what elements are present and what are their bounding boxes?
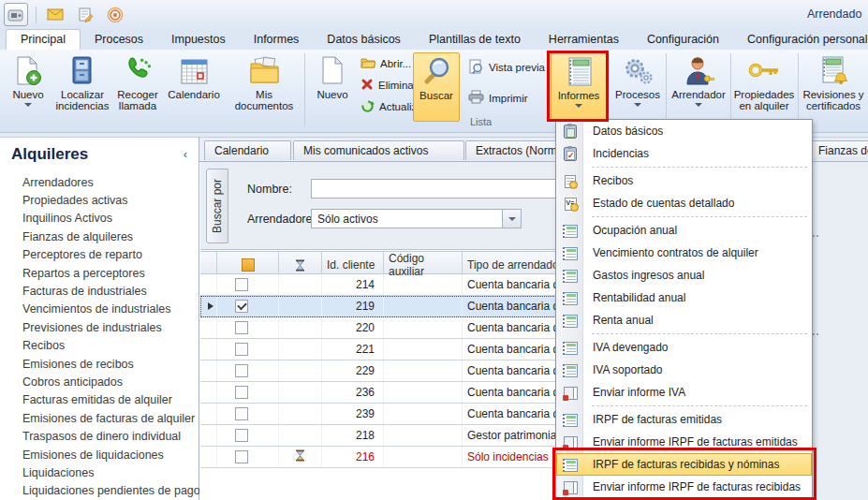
- delete-button[interactable]: Eliminar: [360, 76, 418, 95]
- menu-item-incidencias[interactable]: Incidencias: [556, 142, 812, 165]
- menu-item-label: Vencimiento contratos de alquiler: [583, 246, 758, 259]
- menu-item-iva-devengado[interactable]: IVA devengado: [556, 336, 812, 359]
- checkbox-cell[interactable]: [217, 317, 279, 338]
- pickup-call-button[interactable]: Recoger llamada: [113, 52, 162, 120]
- arrendador-button[interactable]: Arrendador: [669, 52, 728, 120]
- preview-button[interactable]: Vista previa: [468, 58, 545, 77]
- calendar-button[interactable]: Calendario: [163, 52, 225, 120]
- row-checkbox[interactable]: [235, 429, 248, 442]
- sidebar-item-propiedades-activas[interactable]: Propiedades activas: [22, 191, 195, 209]
- row-selector-cell[interactable]: [200, 339, 217, 360]
- app-icon[interactable]: [4, 3, 28, 26]
- row-checkbox[interactable]: [235, 386, 248, 399]
- menu-item-enviar-informe-irpf-de-facturas-emitidas[interactable]: Enviar informe IRPF de facturas emitidas: [556, 431, 812, 453]
- sidebar-item-vencimientos-de-industriales[interactable]: Vencimientos de industriales: [22, 301, 195, 318]
- preview-icon: [468, 59, 484, 77]
- row-checkbox[interactable]: [235, 450, 248, 463]
- menu-item-gastos-ingresos-anual[interactable]: Gastos ingresos anual: [556, 264, 812, 287]
- row-checkbox[interactable]: [235, 364, 248, 377]
- row-checkbox[interactable]: [235, 407, 248, 420]
- checkbox-cell[interactable]: [217, 447, 279, 467]
- menu-item-iva-soportado[interactable]: IVA soportado: [556, 359, 812, 381]
- ribbon-tab-herramientas[interactable]: Herramientas: [535, 30, 633, 50]
- procesos-button[interactable]: Procesos: [611, 52, 664, 120]
- row-checkbox[interactable]: [235, 343, 248, 356]
- row-selector-cell[interactable]: [200, 296, 217, 316]
- sidebar-item-fianzas-de-alquileres[interactable]: Fianzas de alquileres: [22, 228, 195, 245]
- sidebar-item-inquilinos-activos[interactable]: Inquilinos Activos: [22, 210, 195, 228]
- open-button[interactable]: Abrir...: [360, 54, 411, 73]
- sidebar-item-cobros-anticipados[interactable]: Cobros anticipados: [22, 373, 195, 390]
- row-selector-cell[interactable]: [200, 360, 217, 381]
- ribbon-tab-procesos[interactable]: Procesos: [81, 30, 157, 50]
- menu-item-vencimiento-contratos-de-alquiler[interactable]: Vencimiento contratos de alquiler: [556, 242, 812, 264]
- sidebar-item-liquidaciones-pendientes-de-pago[interactable]: Liquidaciones pendientes de pago /...: [22, 482, 195, 500]
- row-selector-cell[interactable]: [200, 425, 217, 446]
- checkbox-cell[interactable]: [217, 382, 279, 403]
- ribbon-tab-impuestos[interactable]: Impuestos: [157, 30, 240, 50]
- menu-item-datos-b-sicos[interactable]: Datos básicos: [556, 120, 812, 142]
- row-selector-cell[interactable]: [200, 404, 217, 424]
- print-button[interactable]: Imprimir: [468, 89, 528, 108]
- row-checkbox[interactable]: [235, 300, 248, 313]
- row-selector-cell[interactable]: [200, 274, 217, 295]
- checkbox-cell[interactable]: [217, 339, 279, 360]
- mail-icon[interactable]: [44, 4, 66, 25]
- row-selector-cell[interactable]: [200, 447, 217, 467]
- ribbon-tab-principal[interactable]: Principal: [6, 29, 81, 50]
- sidebar-item-emisiones-de-liquidaciones[interactable]: Emisiones de liquidaciones: [22, 446, 195, 463]
- menu-item-renta-anual[interactable]: Renta anual: [556, 309, 812, 331]
- tab-calendario[interactable]: Calendario: [204, 140, 291, 160]
- ribbon-tab-datos-b-sicos[interactable]: Datos básicos: [313, 30, 415, 50]
- ribbon-tab-configuraci-n-personal[interactable]: Configuración personal: [733, 30, 868, 50]
- menu-item-enviar-informe-iva[interactable]: Enviar informe IVA: [556, 381, 812, 404]
- ribbon-tab-plantillas-de-texto[interactable]: Plantillas de texto: [415, 30, 535, 50]
- revisiones-certificados-button[interactable]: Revisiones y certificados: [801, 52, 866, 120]
- my-documents-button[interactable]: Mis documentos: [227, 52, 302, 120]
- new-record-button[interactable]: Nuevo: [308, 52, 357, 120]
- tab-fianzas[interactable]: Fianzas de a: [808, 140, 868, 160]
- sidebar-item-emisiones-de-recibos[interactable]: Emisiones de recibos: [22, 355, 195, 373]
- select-all-checkbox[interactable]: [242, 258, 255, 272]
- sidebar-item-facturas-de-industriales[interactable]: Facturas de industriales: [22, 282, 195, 300]
- menu-item-irpf-de-facturas-recibidas-y-n-minas[interactable]: IRPF de facturas recibidas y nóminas: [556, 453, 812, 476]
- sidebar-item-liquidaciones[interactable]: Liquidaciones: [22, 463, 195, 481]
- menu-item-rentabilidad-anual[interactable]: Rentabilidad anual: [556, 287, 812, 309]
- menu-item-recibos[interactable]: Recibos: [556, 169, 812, 192]
- checkbox-cell[interactable]: [217, 425, 279, 446]
- buscar-por-tab[interactable]: Buscar por: [206, 169, 228, 243]
- notes-pencil-icon[interactable]: [74, 4, 96, 25]
- checkbox-cell[interactable]: [217, 296, 279, 316]
- ribbon-tab-configuraci-n[interactable]: Configuración: [633, 30, 733, 50]
- menu-item-ocupaci-n-anual[interactable]: Ocupación anual: [556, 219, 812, 242]
- informes-button[interactable]: Informes: [551, 52, 607, 122]
- menu-item-irpf-de-facturas-emitidas[interactable]: IRPF de facturas emitidas: [556, 408, 812, 431]
- row-selector-cell[interactable]: [200, 317, 217, 338]
- sidebar-collapse-icon[interactable]: ‹: [184, 147, 187, 161]
- sidebar-item-facturas-emitidas-de-alquiler[interactable]: Facturas emitidas de alquiler: [22, 391, 195, 409]
- propiedades-en-alquiler-button[interactable]: Propiedades en alquiler: [733, 52, 795, 120]
- locate-incidents-button[interactable]: Localizar incidencias: [53, 52, 111, 120]
- row-selector-cell[interactable]: [200, 382, 217, 403]
- sidebar-item-perceptores-de-reparto[interactable]: Perceptores de reparto: [22, 246, 195, 264]
- row-checkbox[interactable]: [235, 321, 248, 334]
- sidebar-item-previsiones-de-industriales[interactable]: Previsiones de industriales: [22, 318, 195, 336]
- sidebar-item-recibos[interactable]: Recibos: [22, 337, 195, 355]
- broadcast-icon[interactable]: [104, 4, 126, 25]
- tab-mis-comunicados-activos[interactable]: Mis comunicados activos: [293, 140, 464, 160]
- ribbon-tab-informes[interactable]: Informes: [240, 30, 314, 50]
- sidebar-item-arrendadores[interactable]: Arrendadores: [22, 173, 195, 191]
- arrendadores-select[interactable]: Sólo activos: [311, 209, 522, 228]
- menu-item-enviar-informe-irpf-de-facturas-recibidas[interactable]: Enviar informe IRPF de facturas recibida…: [556, 476, 812, 498]
- dropdown-button[interactable]: [502, 210, 521, 228]
- search-button[interactable]: Buscar: [413, 52, 460, 122]
- sidebar-item-traspasos-de-dinero-individual[interactable]: Traspasos de dinero individual: [22, 427, 195, 445]
- checkbox-cell[interactable]: [217, 274, 279, 295]
- new-button[interactable]: Nuevo: [6, 52, 51, 120]
- row-checkbox[interactable]: [235, 278, 248, 291]
- checkbox-cell[interactable]: [217, 404, 279, 424]
- checkbox-cell[interactable]: [217, 360, 279, 381]
- sidebar-item-emisiones-de-facturas-de-alquiler[interactable]: Emisiones de facturas de alquiler: [22, 409, 195, 427]
- sidebar-item-repartos-a-perceptores[interactable]: Repartos a perceptores: [22, 264, 195, 282]
- menu-item-estado-de-cuentas-detallado[interactable]: Estado de cuentas detallado: [556, 192, 812, 214]
